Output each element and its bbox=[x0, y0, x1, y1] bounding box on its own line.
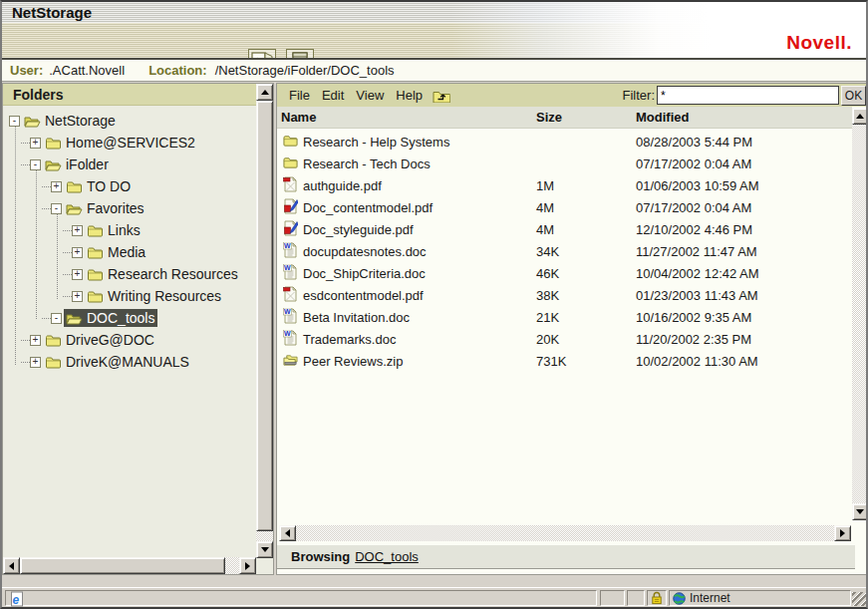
folder-entry[interactable]: DriveG@DOC bbox=[43, 331, 157, 349]
folders-vscroll-thumb[interactable] bbox=[256, 101, 273, 531]
collapse-toggle[interactable]: - bbox=[9, 116, 20, 127]
file-row[interactable]: Trademarks.doc20K11/20/2002 2:35 PM bbox=[277, 328, 852, 350]
word-doc-icon bbox=[283, 330, 298, 346]
folder-entry[interactable]: iFolder bbox=[43, 155, 112, 173]
file-list-header: Name Size Modified bbox=[277, 107, 852, 129]
sidebar-item-research-resources[interactable]: +Research Resources bbox=[3, 263, 256, 285]
folders-hscroll-right-button[interactable] bbox=[239, 557, 256, 574]
folder-entry[interactable]: Writing Resources bbox=[85, 287, 224, 305]
file-name[interactable]: Beta Invitation.doc bbox=[303, 310, 536, 325]
filter-input[interactable] bbox=[657, 86, 839, 105]
folder-up-icon[interactable] bbox=[433, 89, 450, 103]
file-modified: 01/06/2003 10:59 AM bbox=[636, 178, 852, 193]
tree-connector bbox=[63, 252, 72, 253]
collapse-toggle[interactable]: - bbox=[30, 159, 41, 170]
sidebar-item-netstorage[interactable]: -NetStorage bbox=[3, 110, 256, 132]
filter-label: Filter: bbox=[623, 88, 656, 103]
filter-ok-button[interactable]: OK bbox=[841, 86, 866, 106]
sidebar-item-writing-resources[interactable]: +Writing Resources bbox=[3, 285, 256, 307]
file-name[interactable]: Research - Help Systems bbox=[303, 135, 536, 150]
resize-grip[interactable] bbox=[852, 592, 866, 606]
column-name[interactable]: Name bbox=[281, 110, 536, 125]
sidebar-item-links[interactable]: +Links bbox=[3, 219, 256, 241]
folder-entry[interactable]: Links bbox=[85, 221, 144, 239]
folder-entry[interactable]: TO DO bbox=[64, 177, 134, 195]
expand-toggle[interactable]: + bbox=[30, 357, 41, 368]
file-name[interactable]: Research - Tech Docs bbox=[303, 156, 536, 171]
folders-vscroll-up-button[interactable] bbox=[256, 84, 273, 101]
file-modified: 11/20/2002 2:35 PM bbox=[636, 332, 852, 347]
status-security-pane bbox=[647, 590, 667, 606]
column-size[interactable]: Size bbox=[536, 110, 636, 125]
list-hscroll-left-button[interactable] bbox=[279, 525, 296, 541]
expand-toggle[interactable]: + bbox=[72, 269, 83, 280]
folder-icon bbox=[283, 154, 298, 170]
folder-label: Writing Resources bbox=[108, 288, 221, 304]
file-name[interactable]: esdcontentmodel.pdf bbox=[303, 288, 536, 303]
file-row[interactable]: esdcontentmodel.pdf38K01/23/2003 11:43 A… bbox=[277, 284, 852, 306]
expand-toggle[interactable]: + bbox=[72, 225, 83, 236]
file-row[interactable]: authguide.pdf1M01/06/2003 10:59 AM bbox=[277, 174, 852, 196]
list-hscroll-right-button[interactable] bbox=[834, 525, 851, 541]
sidebar-item-ifolder[interactable]: -iFolder bbox=[3, 153, 256, 175]
folder-entry[interactable]: DriveK@MANUALS bbox=[43, 353, 192, 371]
file-row[interactable]: Doc_contentmodel.pdf4M07/17/2002 0:04 AM bbox=[277, 196, 852, 218]
sidebar-item-home-services2[interactable]: +Home@SERVICES2 bbox=[3, 132, 256, 153]
selected-folder[interactable]: DOC_tools bbox=[64, 309, 157, 327]
sidebar-item-favorites[interactable]: -Favorites bbox=[3, 197, 256, 219]
sidebar-item-drivek-manuals[interactable]: +DriveK@MANUALS bbox=[3, 351, 256, 373]
expand-toggle[interactable]: + bbox=[51, 181, 62, 192]
list-vscroll-down-button[interactable] bbox=[852, 503, 868, 520]
sidebar-item-doc-tools[interactable]: -DOC_tools bbox=[3, 307, 256, 329]
folders-hscroll-thumb[interactable] bbox=[20, 557, 225, 574]
list-vscroll-track[interactable] bbox=[852, 125, 868, 503]
folder-closed-icon bbox=[66, 180, 83, 193]
folder-entry[interactable]: Home@SERVICES2 bbox=[43, 134, 198, 152]
file-name[interactable]: Doc_ShipCriteria.doc bbox=[303, 266, 536, 281]
expand-toggle[interactable]: + bbox=[30, 335, 41, 346]
file-row[interactable]: Peer Reviews.zip731K10/02/2002 11:30 AM bbox=[277, 350, 852, 372]
folder-entry[interactable]: Media bbox=[85, 243, 148, 261]
browsing-label: Browsing bbox=[291, 549, 350, 564]
lock-icon bbox=[651, 591, 663, 605]
menu-file[interactable]: File bbox=[289, 88, 310, 103]
expand-toggle[interactable]: + bbox=[30, 138, 41, 149]
list-hscroll-track[interactable] bbox=[296, 525, 834, 541]
expand-toggle[interactable]: + bbox=[72, 291, 83, 302]
menu-help[interactable]: Help bbox=[396, 88, 423, 103]
file-row[interactable]: Research - Help Systems08/28/2003 5:44 P… bbox=[277, 131, 852, 152]
collapse-toggle[interactable]: - bbox=[51, 313, 62, 324]
file-row[interactable]: Beta Invitation.doc21K10/16/2002 9:35 AM bbox=[277, 306, 852, 328]
list-vscroll-up-button[interactable] bbox=[852, 108, 868, 125]
folders-hscroll-left-button[interactable] bbox=[3, 557, 20, 574]
zone-label: Internet bbox=[690, 591, 730, 605]
file-name[interactable]: Trademarks.doc bbox=[303, 332, 536, 347]
collapse-toggle[interactable]: - bbox=[51, 203, 62, 214]
sidebar-item-driveg-doc[interactable]: +DriveG@DOC bbox=[3, 329, 256, 351]
file-name[interactable]: Doc_styleguide.pdf bbox=[303, 222, 536, 237]
menu-view[interactable]: View bbox=[356, 88, 384, 103]
folder-entry[interactable]: Favorites bbox=[64, 199, 147, 217]
folders-vscroll-down-button[interactable] bbox=[256, 541, 273, 558]
status-main-pane bbox=[5, 590, 597, 606]
expand-toggle[interactable]: + bbox=[72, 247, 83, 258]
file-size: 1M bbox=[536, 178, 636, 193]
column-modified[interactable]: Modified bbox=[636, 110, 852, 125]
file-row[interactable]: Doc_ShipCriteria.doc46K10/04/2002 12:42 … bbox=[277, 262, 852, 284]
menu-edit[interactable]: Edit bbox=[322, 88, 344, 103]
sidebar-item-to-do[interactable]: +TO DO bbox=[3, 175, 256, 197]
file-name[interactable]: Doc_contentmodel.pdf bbox=[303, 200, 536, 215]
tree-connector bbox=[21, 340, 30, 341]
folder-entry[interactable]: NetStorage bbox=[22, 112, 119, 130]
file-name[interactable]: docupdatesnotes.doc bbox=[303, 244, 536, 259]
file-name[interactable]: Peer Reviews.zip bbox=[303, 354, 536, 369]
folder-entry[interactable]: Research Resources bbox=[85, 265, 241, 283]
file-row[interactable]: Doc_styleguide.pdf4M12/10/2002 4:46 PM bbox=[277, 218, 852, 240]
file-row[interactable]: docupdatesnotes.doc34K11/27/2002 11:47 A… bbox=[277, 240, 852, 262]
file-modified: 12/10/2002 4:46 PM bbox=[636, 222, 852, 237]
file-row[interactable]: Research - Tech Docs07/17/2002 0:04 AM bbox=[277, 152, 852, 174]
tree-connector bbox=[42, 208, 51, 209]
file-name[interactable]: authguide.pdf bbox=[303, 178, 536, 193]
sidebar-item-media[interactable]: +Media bbox=[3, 241, 256, 263]
browsing-folder-link[interactable]: DOC_tools bbox=[355, 549, 419, 564]
